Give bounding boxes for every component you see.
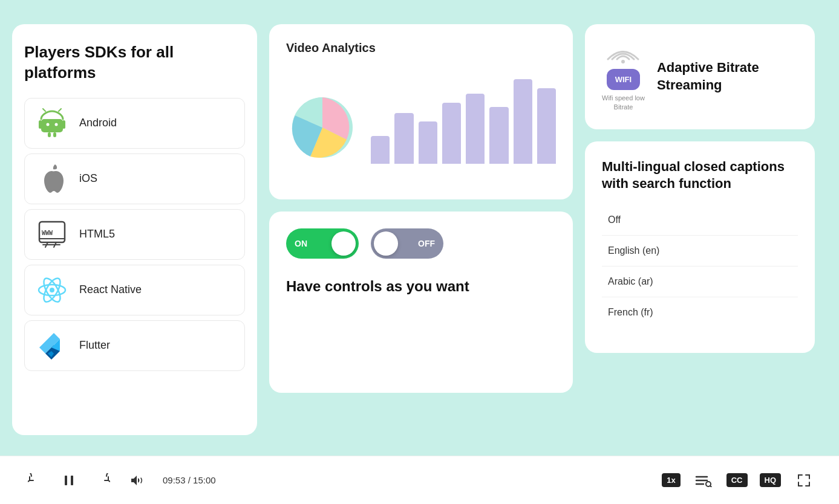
bar-chart bbox=[371, 79, 556, 164]
right-panel: WIFI Wifi speed lowBitrate Adaptive Bitr… bbox=[585, 24, 815, 353]
svg-rect-6 bbox=[62, 120, 65, 129]
toggle-off-label: OFF bbox=[418, 239, 435, 248]
flutter-label: Flutter bbox=[79, 339, 110, 352]
video-analytics-card: Video Analytics bbox=[269, 24, 573, 199]
replay-button[interactable] bbox=[24, 470, 46, 491]
middle-panel: Video Analytics bbox=[269, 24, 573, 393]
time-display: 09:53 / 15:00 bbox=[163, 475, 216, 485]
search-icon[interactable] bbox=[693, 470, 714, 491]
wifi-container: WIFI Wifi speed lowBitrate bbox=[602, 41, 645, 112]
sdk-item-html5[interactable]: WWW HTML5 bbox=[24, 209, 245, 260]
sdk-panel: Players SDKs for all platforms bbox=[12, 24, 257, 435]
pause-button[interactable] bbox=[58, 470, 80, 491]
bar-1 bbox=[371, 136, 390, 164]
captions-card: Multi-lingual closed captions with searc… bbox=[585, 141, 815, 353]
caption-option-off[interactable]: Off bbox=[602, 205, 798, 236]
bar-2 bbox=[394, 113, 413, 164]
hq-button[interactable]: HQ bbox=[760, 473, 782, 487]
ios-label: iOS bbox=[79, 172, 97, 185]
sdk-item-ios[interactable]: iOS bbox=[24, 153, 245, 204]
svg-rect-22 bbox=[65, 476, 67, 485]
react-native-label: React Native bbox=[79, 283, 142, 296]
android-icon bbox=[37, 108, 67, 138]
sdk-item-android[interactable]: Android bbox=[24, 98, 245, 149]
html5-icon: WWW bbox=[37, 219, 67, 250]
wifi-status: Wifi speed lowBitrate bbox=[602, 94, 645, 112]
svg-rect-2 bbox=[41, 119, 63, 132]
caption-option-ar[interactable]: Arabic (ar) bbox=[602, 267, 798, 297]
adaptive-bitrate-card: WIFI Wifi speed lowBitrate Adaptive Bitr… bbox=[585, 24, 815, 129]
sdk-item-flutter[interactable]: Flutter bbox=[24, 320, 245, 371]
bar-5 bbox=[466, 94, 485, 164]
toggle-on[interactable]: ON bbox=[286, 228, 359, 259]
pie-chart bbox=[286, 91, 359, 164]
svg-line-1 bbox=[59, 109, 61, 111]
toggle-off[interactable]: OFF bbox=[371, 228, 443, 259]
svg-rect-7 bbox=[48, 132, 51, 137]
svg-text:WWW: WWW bbox=[42, 230, 53, 236]
controls-bar: 09:53 / 15:00 1x CC HQ bbox=[0, 456, 839, 504]
adaptive-title: Adaptive Bitrate Streaming bbox=[657, 59, 798, 94]
svg-point-4 bbox=[55, 123, 58, 126]
sdk-panel-title: Players SDKs for all platforms bbox=[24, 42, 245, 83]
svg-rect-5 bbox=[39, 120, 42, 129]
speed-button[interactable]: 1x bbox=[662, 473, 680, 487]
svg-line-0 bbox=[43, 109, 45, 111]
svg-line-28 bbox=[710, 486, 712, 487]
toggle-on-label: ON bbox=[295, 239, 307, 248]
bar-7 bbox=[514, 79, 532, 164]
toggle-off-knob bbox=[374, 231, 398, 256]
controls-description: Have controls as you want bbox=[286, 277, 556, 296]
bar-4 bbox=[442, 103, 461, 164]
svg-rect-23 bbox=[71, 476, 73, 485]
video-analytics-title: Video Analytics bbox=[286, 41, 556, 55]
bar-6 bbox=[489, 107, 508, 164]
react-icon bbox=[37, 275, 67, 305]
chart-area bbox=[286, 67, 556, 164]
flutter-icon bbox=[37, 331, 67, 361]
caption-option-fr[interactable]: French (fr) bbox=[602, 297, 798, 328]
wifi-signal-svg bbox=[605, 41, 641, 65]
toggle-on-knob bbox=[331, 231, 356, 256]
sdk-list: Android iOS WWW bbox=[24, 98, 245, 371]
android-label: Android bbox=[79, 117, 117, 129]
wifi-badge: WIFI bbox=[607, 69, 640, 90]
captions-title: Multi-lingual closed captions with searc… bbox=[602, 158, 798, 193]
controls-card: ON OFF Have controls as you want bbox=[269, 212, 573, 393]
sdk-item-react-native[interactable]: React Native bbox=[24, 265, 245, 315]
svg-point-21 bbox=[621, 60, 625, 63]
fullscreen-button[interactable] bbox=[793, 470, 815, 491]
cc-button[interactable]: CC bbox=[726, 473, 748, 487]
toggle-row: ON OFF bbox=[286, 228, 556, 259]
volume-button[interactable] bbox=[126, 470, 148, 491]
apple-icon bbox=[37, 164, 67, 194]
svg-point-15 bbox=[50, 288, 54, 292]
caption-option-en[interactable]: English (en) bbox=[602, 236, 798, 267]
html5-label: HTML5 bbox=[79, 228, 115, 241]
bar-3 bbox=[419, 121, 437, 164]
bar-8 bbox=[537, 88, 556, 164]
forward-button[interactable] bbox=[92, 470, 114, 491]
svg-rect-8 bbox=[53, 132, 56, 137]
svg-point-3 bbox=[47, 123, 50, 126]
